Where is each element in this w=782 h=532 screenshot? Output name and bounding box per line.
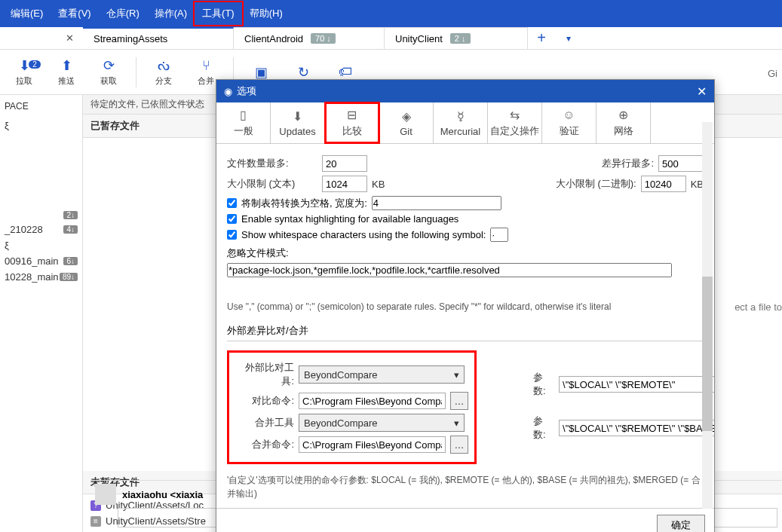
label: 参数: (533, 414, 554, 442)
compare-icon: ⊟ (347, 108, 357, 122)
ignore-patterns-input[interactable] (227, 263, 672, 277)
label: 外部比对工具: (235, 361, 294, 388)
whitespace-symbol[interactable] (490, 228, 508, 242)
dialog-footer: 确定 (216, 508, 714, 532)
label: 差异行最多: (602, 157, 654, 170)
row-ext-diff-tool: 外部比对工具: BeyondCompare▾ (235, 361, 468, 388)
menu-view[interactable]: 查看(V) (51, 2, 98, 25)
push-button[interactable]: ⬆推送 (47, 52, 86, 93)
tab-streamingassets[interactable]: StreamingAssets (83, 27, 234, 49)
general-icon: ▯ (240, 108, 247, 122)
branch-row[interactable]: _2102284↓ (5, 222, 78, 237)
tab-git[interactable]: ◈Git (379, 102, 434, 143)
tab-compare[interactable]: ⊟比较 (325, 102, 379, 143)
tab-general[interactable]: ▯一般 (216, 102, 271, 143)
merge-tool-select[interactable]: BeyondCompare▾ (299, 414, 465, 432)
branch-button[interactable]: ᔔ分支 (144, 52, 183, 93)
tabs-to-spaces-checkbox[interactable]: 将制表符转换为空格, 宽度为: (227, 196, 704, 210)
dialog-titlebar: ◉ 选项 ✕ (216, 80, 714, 102)
label: 参数: (533, 371, 554, 398)
ok-button[interactable]: 确定 (657, 515, 705, 532)
size-bin-input[interactable] (641, 176, 686, 192)
branch-row[interactable]: ξ (5, 237, 78, 253)
tab-label: StreamingAssets (94, 33, 167, 44)
label: 大小限制 (二进制): (556, 177, 636, 191)
pull-count: 2 (29, 60, 41, 69)
sidebar: PACE ξ 2↓ _2102284↓ ξ 00916_main6↓ 10228… (0, 95, 83, 532)
tab-width-input[interactable] (372, 196, 501, 210)
whitespace-checkbox[interactable]: Show whitespace characters using the fol… (227, 228, 704, 242)
pull-button[interactable]: 2 ⬇ 拉取 (5, 52, 44, 93)
menu-action[interactable]: 操作(A) (147, 2, 195, 25)
tab-updates[interactable]: ⬇Updates (271, 102, 325, 143)
checkbox[interactable] (227, 230, 237, 240)
max-files-input[interactable] (322, 155, 367, 172)
verify-icon: ☺ (563, 109, 575, 122)
tab-label: ClientAndroid (244, 33, 303, 44)
row-size-limits: 大小限制 (文本) KB 大小限制 (二进制): KB (227, 176, 704, 192)
chevron-down-icon: ▾ (454, 417, 459, 429)
tab-close[interactable]: ✕ (0, 27, 83, 49)
tab-mercurial[interactable]: ☿Mercurial (434, 102, 488, 143)
close-icon[interactable]: ✕ (697, 84, 707, 99)
row-max-files: 文件数量最多: 差异行最多: (227, 155, 704, 172)
size-text-input[interactable] (322, 176, 367, 192)
branch-row[interactable]: 10228_main89↓ (5, 269, 78, 285)
tab-network[interactable]: ⊕网络 (596, 102, 651, 143)
merge-label: 合并 (198, 75, 214, 87)
fetch-icon: ⟳ (103, 57, 115, 74)
diff-tool-select[interactable]: BeyondCompare▾ (299, 365, 465, 384)
add-tab[interactable]: + (528, 27, 555, 49)
push-label: 推送 (58, 75, 75, 87)
unit: KB (372, 179, 385, 190)
fetch-label: 获取 (100, 75, 117, 87)
menu-bar: 编辑(E) 查看(V) 仓库(R) 操作(A) 工具(T) 帮助(H) (0, 0, 782, 27)
branch-row[interactable]: 2↓ (5, 209, 78, 222)
merge-icon: ⑂ (202, 58, 210, 74)
label: 文件数量最多: (227, 157, 317, 170)
tab-custom[interactable]: ⇆自定义操作 (488, 102, 542, 143)
checkbox[interactable] (227, 198, 237, 208)
tab-menu-dropdown[interactable]: ▾ (555, 27, 582, 49)
ignore-label: 忽略文件模式: (227, 246, 704, 260)
git-icon: ◈ (402, 109, 411, 124)
browse-button[interactable]: … (450, 392, 468, 410)
tab-verify[interactable]: ☺验证 (542, 102, 596, 143)
branch-row[interactable]: 00916_main6↓ (5, 253, 78, 269)
label: 大小限制 (文本) (227, 177, 317, 191)
syntax-checkbox[interactable]: Enable syntax highlighting for available… (227, 213, 704, 225)
menu-help[interactable]: 帮助(H) (242, 2, 290, 25)
tab-clientandroid[interactable]: ClientAndroid70 ↓ (234, 27, 385, 49)
pull-icon: ⬇ (19, 57, 30, 74)
merge-params-input[interactable] (559, 420, 714, 436)
author-name: xiaxiaohu <xiaxia (122, 489, 203, 500)
external-diff-title: 外部差异比对/合并 (227, 324, 704, 338)
dialog-title: ◉ 选项 (224, 84, 256, 98)
push-icon: ⬆ (61, 57, 72, 74)
refresh-icon: ↻ (298, 64, 309, 81)
label: 对比命令: (235, 394, 294, 408)
menu-repo[interactable]: 仓库(R) (99, 2, 147, 25)
checkbox[interactable] (227, 214, 237, 224)
tab-badge: 70 ↓ (311, 33, 336, 44)
menu-tools[interactable]: 工具(T) (195, 2, 242, 25)
diff-params-input[interactable] (559, 376, 714, 393)
tab-unityclient[interactable]: UnityClient2 ↓ (385, 27, 528, 49)
updates-icon: ⬇ (293, 109, 302, 124)
tab-label: UnityClient (395, 33, 443, 44)
menu-edit[interactable]: 编辑(E) (3, 2, 51, 25)
right-hint: Gi (768, 68, 777, 79)
row-merge-cmd: 合并命令: … (235, 436, 468, 454)
max-diff-input[interactable] (658, 155, 704, 172)
chevron-down-icon: ▾ (454, 369, 459, 381)
diff-command-input[interactable] (299, 393, 446, 409)
app-icon: ◉ (224, 86, 232, 97)
merge-command-input[interactable] (299, 436, 446, 453)
browse-button[interactable]: … (450, 436, 468, 454)
branch-row[interactable]: ξ (5, 118, 78, 133)
scrollbar[interactable] (702, 122, 713, 509)
label: 合并命令: (235, 438, 294, 451)
fetch-button[interactable]: ⟳获取 (89, 52, 128, 93)
scrollbar-thumb[interactable] (702, 277, 713, 431)
row-diff-cmd: 对比命令: … (235, 392, 468, 410)
